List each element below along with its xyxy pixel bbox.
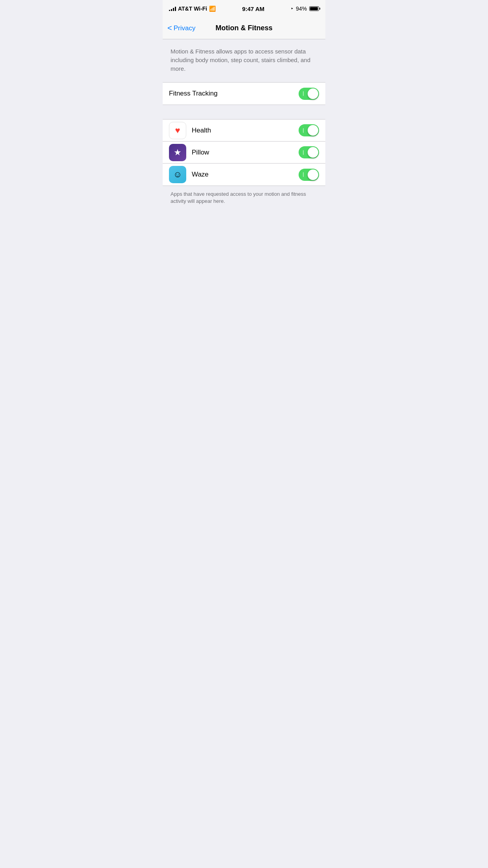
- pillow-toggle-line: [303, 150, 304, 155]
- health-toggle[interactable]: [299, 124, 319, 136]
- signal-bars: [169, 6, 176, 11]
- pillow-star-icon: ★: [174, 147, 182, 158]
- fitness-tracking-toggle[interactable]: [299, 88, 319, 100]
- battery-fill: [310, 7, 318, 10]
- waze-label: Waze: [192, 171, 209, 178]
- waze-app-icon: ☺: [169, 166, 186, 183]
- fitness-tracking-row: Fitness Tracking: [163, 83, 325, 105]
- signal-bar-3: [173, 8, 174, 11]
- section-spacer-1: [163, 105, 325, 119]
- location-icon: ‣: [291, 6, 294, 11]
- footer-note-text: Apps that have requested access to your …: [171, 191, 317, 205]
- waze-toggle-line: [303, 172, 304, 177]
- back-label: Privacy: [174, 24, 196, 32]
- pillow-row: ★ Pillow: [163, 142, 325, 164]
- pillow-app-icon: ★: [169, 144, 186, 161]
- description-section: Motion & Fitness allows apps to access s…: [163, 39, 325, 82]
- wifi-icon: 📶: [209, 6, 216, 12]
- status-right: ‣ 94%: [291, 6, 319, 12]
- description-text: Motion & Fitness allows apps to access s…: [171, 47, 317, 73]
- waze-toggle[interactable]: [299, 169, 319, 181]
- battery-icon: [309, 6, 319, 11]
- page-title: Motion & Fitness: [216, 24, 273, 32]
- back-button[interactable]: < Privacy: [167, 24, 195, 32]
- battery-body: [309, 6, 319, 11]
- pillow-toggle-knob: [308, 147, 318, 158]
- health-app-icon: ♥: [169, 122, 186, 139]
- apps-section: ♥ Health ★ Pillow ☺ Waze: [163, 119, 325, 186]
- status-left: AT&T Wi-Fi 📶: [169, 6, 216, 12]
- signal-bar-1: [169, 10, 170, 11]
- health-row-left: ♥ Health: [169, 122, 211, 139]
- waze-toggle-knob: [308, 169, 318, 180]
- fitness-tracking-section: Fitness Tracking: [163, 82, 325, 105]
- signal-bar-2: [171, 9, 172, 11]
- pillow-toggle[interactable]: [299, 146, 319, 158]
- pillow-label: Pillow: [192, 149, 209, 156]
- waze-row-left: ☺ Waze: [169, 166, 209, 183]
- fitness-tracking-label: Fitness Tracking: [169, 90, 218, 97]
- toggle-line: [303, 91, 304, 96]
- footer-note: Apps that have requested access to your …: [163, 186, 325, 213]
- status-time: 9:47 AM: [242, 6, 264, 12]
- pillow-row-left: ★ Pillow: [169, 144, 209, 161]
- health-label: Health: [192, 127, 211, 134]
- back-chevron-icon: <: [167, 24, 172, 32]
- status-bar: AT&T Wi-Fi 📶 9:47 AM ‣ 94%: [163, 0, 325, 17]
- nav-bar: < Privacy Motion & Fitness: [163, 17, 325, 39]
- signal-bar-4: [175, 7, 176, 11]
- health-heart-icon: ♥: [175, 125, 180, 136]
- waze-row: ☺ Waze: [163, 164, 325, 186]
- carrier-label: AT&T Wi-Fi: [178, 6, 207, 12]
- health-toggle-knob: [308, 125, 318, 136]
- health-row: ♥ Health: [163, 120, 325, 142]
- battery-percent: 94%: [296, 6, 307, 12]
- toggle-knob: [308, 88, 318, 99]
- health-toggle-line: [303, 128, 304, 133]
- waze-face-icon: ☺: [173, 169, 182, 180]
